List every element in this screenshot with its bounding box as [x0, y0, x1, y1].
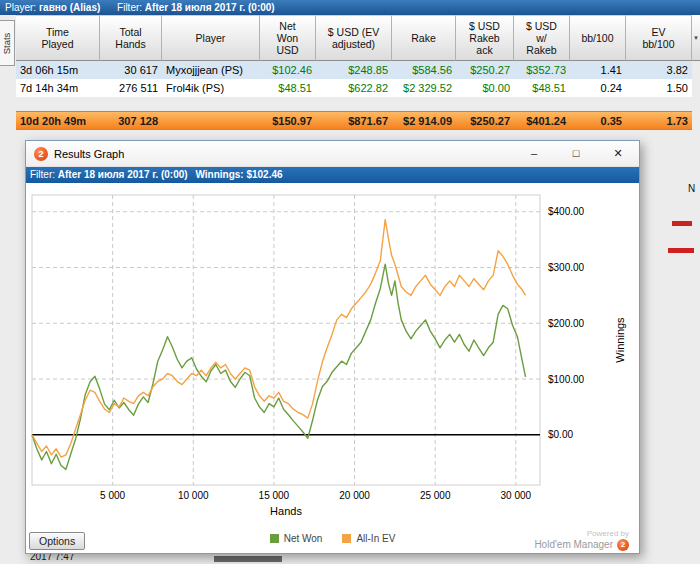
legend-swatch: [270, 534, 279, 543]
svg-text:25 000: 25 000: [420, 490, 451, 501]
popup-bottom-bar: Options Net WonAll-In EV Powered by Hold…: [26, 519, 639, 553]
svg-text:$200.00: $200.00: [548, 318, 585, 329]
net-won-line: [32, 264, 526, 469]
table-cell: $248.85: [316, 61, 392, 79]
column-header[interactable]: Rake: [392, 15, 456, 61]
hm2-main-window: Player: гавно (Alias) Filter: After 18 и…: [0, 0, 700, 564]
column-header[interactable]: Net Won USD: [260, 15, 316, 61]
table-totals-row: 10d 20h 49m307 128$150.97$871.67$2 914.0…: [16, 111, 692, 130]
table-cell: $48.51: [514, 79, 570, 97]
legend-item: All-In EV: [342, 533, 395, 544]
svg-text:Hands: Hands: [270, 505, 302, 517]
minimize-icon[interactable]: –: [527, 147, 541, 160]
obscured-red-value-fragment: [668, 248, 694, 253]
table-row[interactable]: 7d 14h 34m276 511Frol4ik (PS)$48.51$622.…: [16, 79, 692, 97]
winnings-value: $102.46: [246, 169, 282, 180]
report-filter-bar: Player: гавно (Alias) Filter: After 18 и…: [0, 0, 700, 15]
svg-text:$0.00: $0.00: [548, 429, 573, 440]
filter-value: After 18 июля 2017 г. (0:00): [145, 2, 275, 13]
svg-text:$100.00: $100.00: [548, 374, 585, 385]
table-cell: $150.97: [260, 112, 316, 130]
close-icon[interactable]: ✕: [611, 147, 625, 160]
table-cell: $48.51: [260, 79, 316, 97]
svg-text:15 000: 15 000: [259, 490, 290, 501]
y-axis-title: Winnings: [614, 317, 626, 363]
svg-text:20 000: 20 000: [339, 490, 370, 501]
svg-text:5 000: 5 000: [100, 490, 125, 501]
table-row[interactable]: 3d 06h 15m30 617Myxojjjean (PS)$102.46$2…: [16, 61, 692, 79]
table-cell: [162, 112, 260, 130]
table-cell: 0.35: [570, 112, 626, 130]
column-chooser-arrow[interactable]: ▼: [692, 15, 700, 61]
holdem-manager-text: Hold'em Manager: [534, 539, 613, 551]
table-cell: $250.27: [456, 112, 514, 130]
column-header[interactable]: EV bb/100: [626, 15, 692, 61]
y-axis-labels: $0.00$100.00$200.00$300.00$400.00: [548, 206, 585, 440]
table-cell: 3d 06h 15m: [16, 61, 100, 79]
powered-by-text: Powered by: [534, 529, 629, 539]
table-cell: 307 128: [100, 112, 162, 130]
table-cell: $250.27: [456, 61, 514, 79]
obscured-red-value-fragment: [672, 221, 692, 226]
table-cell: 30 617: [100, 61, 162, 79]
svg-text:$300.00: $300.00: [548, 262, 585, 273]
svg-text:$400.00: $400.00: [548, 206, 585, 217]
gridlines: [32, 195, 540, 485]
stats-tab-label: Stats: [2, 32, 13, 54]
table-cell: $622.82: [316, 79, 392, 97]
winnings-label: Winnings:: [195, 169, 243, 180]
results-graph-window: 2 Results Graph – □ ✕ Filter: After 18 и…: [25, 140, 640, 554]
column-header[interactable]: bb/100: [570, 15, 626, 61]
popup-titlebar[interactable]: 2 Results Graph – □ ✕: [26, 141, 639, 167]
table-cell: $352.73: [514, 61, 570, 79]
table-cell: 1.41: [570, 61, 626, 79]
table-cell: Frol4ik (PS): [162, 79, 260, 97]
table-cell: 0.24: [570, 79, 626, 97]
svg-text:Winnings: Winnings: [614, 317, 626, 363]
svg-text:10 000: 10 000: [178, 490, 209, 501]
window-controls: – □ ✕: [527, 147, 625, 160]
legend-swatch: [342, 534, 351, 543]
table-cell: 10d 20h 49m: [16, 112, 100, 130]
powered-by: Powered by Hold'em Manager 2: [534, 529, 629, 551]
table-cell: $584.56: [392, 61, 456, 79]
obscured-text-fragment: [214, 556, 282, 562]
table-cell: $871.67: [316, 112, 392, 130]
table-cell: $102.46: [260, 61, 316, 79]
table-cell: 1.73: [626, 112, 692, 130]
results-graph-chart: 5 00010 00015 00020 00025 00030 000$0.00…: [26, 183, 639, 519]
legend-item: Net Won: [270, 533, 323, 544]
column-header[interactable]: $ USD Rakeb ack: [456, 15, 514, 61]
table-cell: $401.24: [514, 112, 570, 130]
hm2-logo-icon: 2: [34, 147, 48, 161]
column-header[interactable]: $ USD (EV adjusted): [316, 15, 392, 61]
column-header[interactable]: Total Hands: [100, 15, 162, 61]
column-header[interactable]: Time Played: [16, 15, 100, 61]
table-cell: 3.82: [626, 61, 692, 79]
x-axis-labels: 5 00010 00015 00020 00025 00030 000: [100, 490, 531, 501]
filter-label: Filter:: [117, 2, 142, 13]
maximize-icon[interactable]: □: [569, 147, 583, 160]
graph-filter-label: Filter:: [30, 169, 55, 180]
legend-label: All-In EV: [356, 533, 395, 544]
table-cell: 1.50: [626, 79, 692, 97]
stats-vertical-tab[interactable]: Stats: [0, 20, 15, 66]
x-axis-title: Hands: [270, 505, 302, 517]
obscured-column-header-fragment: N: [688, 183, 695, 194]
graph-filter-value: After 18 июля 2017 г. (0:00): [58, 169, 188, 180]
table-cell: 276 511: [100, 79, 162, 97]
legend-label: Net Won: [284, 533, 323, 544]
chart-area: 5 00010 00015 00020 00025 00030 000$0.00…: [26, 183, 639, 519]
table-cell: $2 914.09: [392, 112, 456, 130]
hm2-logo-icon: 2: [617, 539, 629, 551]
player-label: Player:: [5, 2, 36, 13]
table-header-row: Time PlayedTotal HandsPlayerNet Won USD$…: [16, 15, 692, 61]
column-header[interactable]: $ USD w/ Rakeb: [514, 15, 570, 61]
graph-filter-bar: Filter: After 18 июля 2017 г. (0:00) Win…: [26, 167, 639, 183]
table-cell: $2 329.52: [392, 79, 456, 97]
table-cell: 7d 14h 34m: [16, 79, 100, 97]
table-cell: $0.00: [456, 79, 514, 97]
column-header[interactable]: Player: [162, 15, 260, 61]
svg-text:30 000: 30 000: [501, 490, 532, 501]
table-cell: Myxojjjean (PS): [162, 61, 260, 79]
